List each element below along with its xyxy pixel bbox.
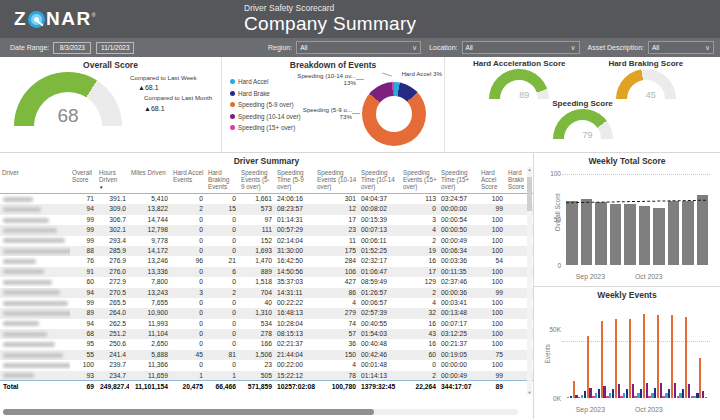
table-row[interactable]: 99306.714,744009701:14:311700:15:39300:0… [0,215,533,225]
region-dropdown[interactable]: All ∨ [296,41,421,54]
column-header[interactable]: Speeding Time (15+ over) [439,169,479,191]
table-cell: 100 [479,225,506,235]
overall-score-gauge[interactable]: 68 [14,72,122,126]
table-row[interactable]: 55241.45,88845811,50621:44:0415000:42:46… [0,350,533,360]
vertical-scroll-thumb[interactable] [527,177,532,211]
table-row[interactable]: 88285.914,172001,69331:30:0017501:52:251… [0,246,533,256]
column-header[interactable]: Speeding Events (15+ over) [401,169,439,191]
column-header[interactable]: Speeding Events (5-9 over) [239,169,275,191]
score-bar[interactable] [610,204,622,265]
column-header[interactable]: Speeding Time (5-9 over) [275,169,315,191]
score-bar[interactable] [624,204,636,265]
asset-description-dropdown[interactable]: All ∨ [648,41,714,54]
hard-acceleration-gauge[interactable]: 89 [489,69,549,99]
location-dropdown[interactable]: All ∨ [462,41,580,54]
table-row[interactable]: 94270.513,2433270414:31:118601:26:57200:… [0,288,533,298]
table-cell: 7,655 [129,298,171,308]
legend-label: Hard Accel [238,78,268,85]
table-cell: 88 [70,246,97,256]
event-bar-group [637,308,650,399]
table-cell: 302.1 [97,225,129,235]
scroll-down-icon[interactable]: ▼ [527,390,532,395]
table-cell: 21 [206,256,239,266]
score-bar[interactable] [697,195,709,265]
column-header[interactable]: Speeding Events (10-14 over) [315,169,359,191]
column-header[interactable]: Hours Driven▼ [97,169,129,191]
table-row[interactable]: 99302.112,7980011100:57:292300:07:13400:… [0,225,533,235]
table-cell: 1,506 [239,350,275,360]
right-column: Weekly Total Score Overall Score 100 50 … [534,153,720,419]
events-donut-chart[interactable] [362,82,426,146]
table-cell: 99 [479,371,506,380]
vertical-scrollbar[interactable]: ▲ ▼ [527,167,532,395]
table-cell: 5,410 [129,194,171,204]
table-cell: 278 [239,329,275,339]
table-row[interactable]: 100239.711,366002300:22:00400:01:48000:0… [0,360,533,370]
score-bar[interactable] [566,201,578,264]
table-row[interactable]: 95250.62,6500016602:21:373600:40:481600:… [0,339,533,349]
table-cell: 60 [401,350,439,360]
column-header[interactable]: Hard Braking Score [506,169,524,191]
table-cell: 505 [239,371,275,380]
total-cell: 11,101,154 [129,381,171,392]
scroll-up-icon[interactable]: ▲ [527,167,532,172]
table-cell: 14,744 [129,215,171,225]
event-bar-group [651,308,664,399]
table-cell: 129 [401,277,439,287]
legend-item[interactable]: Speeding (10-14 over) [230,113,301,120]
table-cell: 02:37:46 [439,277,479,287]
score-bar[interactable] [668,201,680,264]
score-bar[interactable] [653,208,665,265]
column-header[interactable]: Hard Braking Events [206,169,239,191]
horizontal-scrollbar[interactable] [3,409,518,415]
event-bar[interactable] [705,397,707,398]
column-header[interactable]: Driver [0,169,70,191]
table-row[interactable]: 94262.511,9930053410:28:047400:40:551600… [0,319,533,329]
column-header[interactable]: Speeding Time (10-14 over) [359,169,401,191]
legend-item[interactable]: Speeding (15+ over) [230,124,301,131]
horizontal-scroll-thumb[interactable] [3,409,374,415]
score-bar[interactable] [639,206,651,265]
score-bar[interactable] [682,201,694,264]
legend-item[interactable]: Hard Accel [230,78,301,85]
table-row[interactable]: 93234.711,6591150515:22:127801:14:13200:… [0,371,533,380]
table-row[interactable]: 68251.211,1040027808:15:135701:54:034303… [0,329,533,339]
table-row[interactable]: 99293.49,7780015202:14:041100:06:11200:0… [0,236,533,246]
total-cell: 89 [479,381,506,392]
score-gauges-panel: Hard Acceleration Score 89 Hard Braking … [445,57,720,152]
speeding-gauge[interactable]: 79 [553,109,613,139]
table-row[interactable]: 99265.57,655004000:22:22400:06:57400:03:… [0,298,533,308]
column-header[interactable]: Hard Accel Events [171,169,206,191]
table-total-row: Total69249,827.411,101,15420,47566,46657… [0,380,533,392]
y-tick-0k: 0K [553,395,561,402]
driver-name-redacted [3,301,68,306]
hard-braking-gauge[interactable]: 45 [616,69,676,99]
column-header[interactable]: Hard Accel Score [479,169,506,191]
table-row[interactable]: 91276.013,3360688914:50:5610601:06:47170… [0,267,533,277]
table-cell: 0 [206,194,239,204]
driver-name-redacted [3,218,49,223]
column-header[interactable]: Miles Driven [129,169,171,191]
score-bar[interactable] [581,199,593,264]
table-row[interactable]: 76276.913,24696211,47016:42:5028402:32:1… [0,256,533,266]
table-row[interactable]: 71391.15,410001,66124:06:1630104:04:3711… [0,194,533,204]
column-header[interactable]: Overall Score [70,169,97,191]
table-cell: 00:07:17 [439,319,479,329]
date-from-input[interactable]: 8/3/2023 [53,42,91,54]
legend-item[interactable]: Hard Brake [230,90,301,97]
callout-leader-line [352,113,360,114]
score-bar[interactable] [595,202,607,264]
table-cell: 427 [315,277,359,287]
table-row[interactable]: 94309.013,82221557308:23:571200:08:02000… [0,204,533,214]
driver-name-cell [0,246,70,256]
date-to-input[interactable]: 11/1/2023 [96,42,134,54]
driver-name-redacted [3,363,70,368]
table-cell: 0 [401,360,439,370]
total-cell: 10257:02:08 [275,381,315,392]
legend-item[interactable]: Speeding (5-9 over) [230,101,301,108]
table-row[interactable]: 89264.010,900001,31016:48:1327902:57:393… [0,308,533,318]
table-cell: 241.4 [97,350,129,360]
table-cell: 00:03:41 [439,298,479,308]
table-row[interactable]: 60272.97,800001,51835:37:0342708:59:4912… [0,277,533,287]
zonar-logo: Z NAR ® [14,8,144,30]
